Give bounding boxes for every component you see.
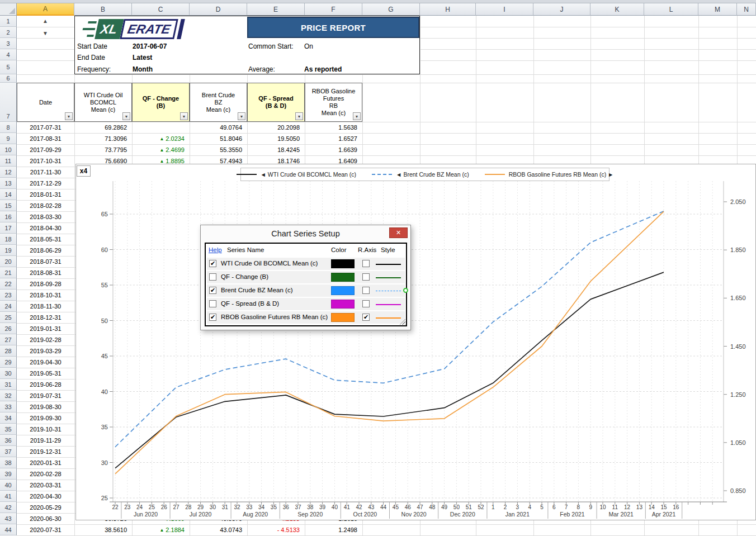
column-header-L[interactable]: L <box>644 3 698 16</box>
cell-B8[interactable]: 69.2862 <box>74 122 132 133</box>
row-header-32[interactable]: 32 <box>0 390 17 401</box>
row-header-29[interactable]: 29 <box>0 357 17 368</box>
row-header-20[interactable]: 20 <box>0 256 17 267</box>
close-icon[interactable]: ✕ <box>389 227 408 238</box>
cell-D10[interactable]: 55.3550 <box>190 144 247 155</box>
row-header-8[interactable]: 8 <box>0 122 17 133</box>
spinner-down-icon[interactable]: ▼ <box>37 30 53 36</box>
row-header-40[interactable]: 40 <box>0 480 17 491</box>
select-all-corner[interactable] <box>0 3 17 16</box>
column-header-E[interactable]: E <box>247 3 305 16</box>
dialog-series-row-1[interactable]: QF - Change (B) <box>207 271 405 283</box>
column-header-C[interactable]: C <box>132 3 190 16</box>
cell-A14[interactable]: 2018-01-31 <box>17 189 74 200</box>
row-header-33[interactable]: 33 <box>0 401 17 412</box>
row-header-18[interactable]: 18 <box>0 234 17 245</box>
raxis-checkbox[interactable] <box>362 260 370 267</box>
filter-button[interactable]: ▼ <box>353 112 361 120</box>
table-header-B[interactable]: WTI Crude OilBCOMCLMean (c)▼ <box>74 83 132 122</box>
column-header-J[interactable]: J <box>533 3 590 16</box>
filter-button[interactable]: ▼ <box>238 112 245 120</box>
series-checkbox[interactable] <box>209 273 216 281</box>
help-link[interactable]: Help <box>209 246 222 253</box>
cell-A32[interactable]: 2019-07-31 <box>17 390 74 401</box>
dialog-series-row-4[interactable]: ✔RBOB Gasoline Futures RB Mean (c)✔ <box>207 311 405 324</box>
start-date-value[interactable]: 2017-06-07 <box>133 42 167 50</box>
table-header-A[interactable]: Date▼ <box>17 83 74 122</box>
row-header-31[interactable]: 31 <box>0 379 17 390</box>
row-header-17[interactable]: 17 <box>0 222 17 234</box>
cell-A24[interactable]: 2018-11-30 <box>17 301 74 312</box>
cell-B44[interactable]: 38.5610 <box>74 524 132 535</box>
color-swatch[interactable] <box>331 300 355 309</box>
row-header-38[interactable]: 38 <box>0 457 17 468</box>
cell-F8[interactable]: 1.5638 <box>305 122 362 133</box>
row-header-30[interactable]: 30 <box>0 368 17 379</box>
cell-E8[interactable]: 20.2098 <box>247 122 305 133</box>
chart-zoom-toggle[interactable]: x4 <box>77 165 91 177</box>
dialog-series-row-2[interactable]: ✔Brent Crude BZ Mean (c) <box>207 284 405 297</box>
cell-D8[interactable]: 49.0764 <box>190 122 247 133</box>
cell-A29[interactable]: 2019-04-30 <box>17 357 74 368</box>
frequency-value[interactable]: Month <box>133 65 153 73</box>
filter-button[interactable]: ▼ <box>295 112 303 120</box>
cell-A33[interactable]: 2019-08-30 <box>17 401 74 412</box>
row-header-43[interactable]: 43 <box>0 513 17 524</box>
row-header-35[interactable]: 35 <box>0 424 17 435</box>
row-header-34[interactable]: 34 <box>0 412 17 424</box>
cell-C10[interactable]: ▲2.4699 <box>132 144 190 155</box>
cell-D9[interactable]: 51.8046 <box>190 133 247 144</box>
row-header-5[interactable]: 5 <box>0 60 17 74</box>
column-header-N[interactable]: N <box>737 3 756 16</box>
dialog-series-row-0[interactable]: ✔WTI Crude Oil BCOMCL Mean (c) <box>207 258 405 270</box>
cell-F9[interactable]: 1.6527 <box>305 133 362 144</box>
cell-A42[interactable]: 2020-05-29 <box>17 502 74 513</box>
row-header-1[interactable]: 1 <box>0 16 17 27</box>
row-header-27[interactable]: 27 <box>0 334 17 345</box>
table-header-E[interactable]: QF - Spread(B & D)▼ <box>247 83 305 122</box>
series-checkbox[interactable] <box>209 300 216 307</box>
row-header-21[interactable]: 21 <box>0 267 17 278</box>
column-header-D[interactable]: D <box>190 3 247 16</box>
row-header-22[interactable]: 22 <box>0 278 17 290</box>
cell-A34[interactable]: 2019-09-30 <box>17 412 74 424</box>
row-header-25[interactable]: 25 <box>0 312 17 323</box>
color-swatch[interactable] <box>331 259 355 268</box>
row-header-2[interactable]: 2 <box>0 27 17 38</box>
filter-button[interactable]: ▼ <box>65 112 73 120</box>
color-swatch[interactable] <box>331 286 355 295</box>
cell-C9[interactable]: ▲2.0234 <box>132 133 190 144</box>
cell-A21[interactable]: 2018-08-31 <box>17 267 74 278</box>
cell-A22[interactable]: 2018-09-28 <box>17 278 74 290</box>
cell-A15[interactable]: 2018-02-28 <box>17 200 74 211</box>
cell-F44[interactable]: 1.2498 <box>305 524 362 535</box>
average-value[interactable]: As reported <box>304 65 342 73</box>
row-header-4[interactable]: 4 <box>0 49 17 60</box>
cell-A9[interactable]: 2017-08-31 <box>17 133 74 144</box>
cell-A30[interactable]: 2019-05-31 <box>17 368 74 379</box>
cell-F10[interactable]: 1.6639 <box>305 144 362 155</box>
column-header-H[interactable]: H <box>420 3 476 16</box>
row-header-6[interactable]: 6 <box>0 74 17 83</box>
row-header-39[interactable]: 39 <box>0 468 17 480</box>
cell-A18[interactable]: 2018-05-31 <box>17 234 74 245</box>
column-header-B[interactable]: B <box>74 3 132 16</box>
cell-A8[interactable]: 2017-07-31 <box>17 122 74 133</box>
row-header-19[interactable]: 19 <box>0 245 17 256</box>
cell-A43[interactable]: 2020-06-30 <box>17 513 74 524</box>
cell-A39[interactable]: 2020-02-28 <box>17 468 74 480</box>
row-header-13[interactable]: 13 <box>0 178 17 189</box>
row-header-15[interactable]: 15 <box>0 200 17 211</box>
cell-E10[interactable]: 18.4245 <box>247 144 305 155</box>
cell-A28[interactable]: 2019-03-29 <box>17 345 74 357</box>
cell-A31[interactable]: 2019-06-28 <box>17 379 74 390</box>
series-checkbox[interactable]: ✔ <box>209 287 216 294</box>
cell-A38[interactable]: 2020-01-31 <box>17 457 74 468</box>
cell-A11[interactable]: 2017-10-31 <box>17 155 74 167</box>
column-header-M[interactable]: M <box>698 3 737 16</box>
cell-E44[interactable]: - 4.5133 <box>247 524 305 535</box>
row-header-16[interactable]: 16 <box>0 211 17 222</box>
row-header-14[interactable]: 14 <box>0 189 17 200</box>
column-header-K[interactable]: K <box>590 3 644 16</box>
row-header-11[interactable]: 11 <box>0 155 17 167</box>
